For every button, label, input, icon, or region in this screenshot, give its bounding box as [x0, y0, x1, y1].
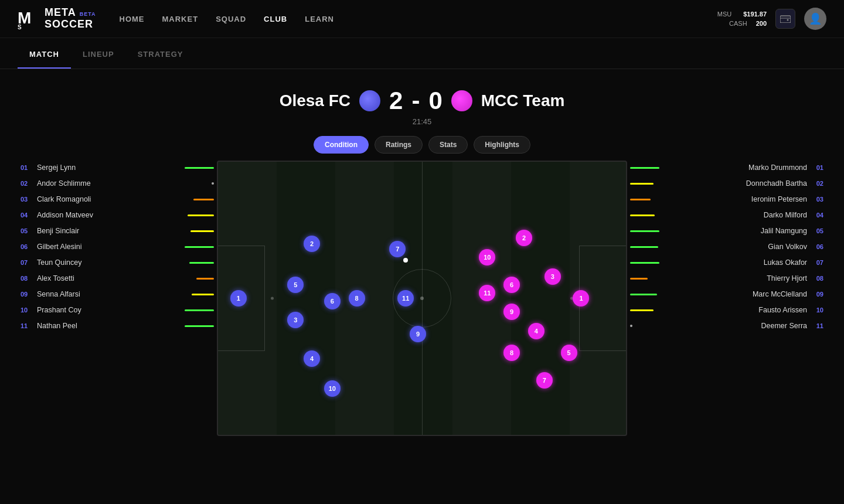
- away-player-dot[interactable]: 7: [536, 372, 553, 389]
- player-bar: [185, 325, 214, 327]
- filter-stats[interactable]: Stats: [428, 136, 468, 154]
- player-num: 08: [813, 275, 823, 282]
- player-bar: [630, 214, 655, 216]
- away-player-dot[interactable]: 5: [561, 345, 577, 361]
- player-bar: [630, 246, 658, 248]
- list-item: 05 Jalil Namgung: [627, 224, 826, 238]
- list-item: 01 Marko Drummond: [627, 161, 826, 175]
- home-player-dot[interactable]: 1: [230, 290, 247, 307]
- nav-home[interactable]: HOME: [120, 15, 145, 23]
- tab-strategy[interactable]: STRATEGY: [126, 41, 195, 69]
- main-nav: HOME MARKET SQUAD CLUB LEARN: [120, 15, 334, 23]
- player-bar: [630, 309, 654, 311]
- list-item: 10 Fausto Arissen: [627, 303, 826, 317]
- user-avatar[interactable]: 👤: [804, 8, 826, 30]
- home-player-dot[interactable]: 7: [389, 241, 406, 257]
- list-item: 07 Teun Quincey: [18, 256, 217, 270]
- wallet-svg: [780, 15, 791, 23]
- player-num: 03: [21, 196, 31, 203]
- away-player-dot[interactable]: 2: [516, 230, 532, 246]
- player-name: Alex Tosetti: [37, 274, 190, 282]
- list-item: 09 Senna Alfarsi: [18, 287, 217, 301]
- list-item: 11 Nathan Peel: [18, 319, 217, 333]
- player-bar: [196, 278, 214, 280]
- nav-squad[interactable]: SQUAD: [216, 15, 246, 23]
- logo[interactable]: M S META BETA SOCCER: [18, 7, 96, 30]
- nav-market[interactable]: MARKET: [162, 15, 199, 23]
- player-name: Andor Schlimme: [37, 179, 206, 188]
- home-player-dot[interactable]: 4: [304, 350, 320, 367]
- player-num: 06: [21, 243, 31, 250]
- match-time: 21:45: [18, 117, 826, 126]
- player-num: 10: [813, 307, 823, 314]
- away-player-dot[interactable]: 4: [528, 323, 544, 339]
- msu-label: MSU: [717, 9, 731, 19]
- logo-beta-badge: BETA: [80, 12, 96, 18]
- home-player-list: 01 Sergej Lynn 02 Andor Schlimme 03 Clar…: [18, 161, 217, 436]
- player-bar: [190, 230, 214, 232]
- player-name: Thierry Hjort: [654, 274, 807, 282]
- list-item: 04 Darko Milford: [627, 208, 826, 222]
- player-name: Sergej Lynn: [37, 164, 179, 172]
- cash-label: CASH: [729, 19, 747, 29]
- home-player-dot[interactable]: 5: [287, 277, 304, 293]
- player-num: 08: [21, 275, 31, 282]
- tab-match[interactable]: MATCH: [18, 41, 71, 69]
- player-bar: [192, 294, 214, 295]
- away-player-dot[interactable]: 1: [573, 290, 589, 307]
- player-name: Addison Matveev: [37, 211, 182, 219]
- home-player-dot[interactable]: 2: [304, 236, 320, 252]
- cash-value: 200: [756, 19, 767, 29]
- player-num: 11: [813, 322, 823, 329]
- player-bar: [189, 262, 214, 264]
- list-item: 02 Donnchadh Bartha: [627, 176, 826, 190]
- list-item: 08 Alex Tosetti: [18, 271, 217, 285]
- wallet-icon[interactable]: [775, 9, 795, 29]
- header-left: M S META BETA SOCCER HOME MARKET SQUAD C…: [18, 7, 334, 30]
- home-player-dot[interactable]: 6: [324, 293, 341, 309]
- list-item: 10 Prashant Coy: [18, 303, 217, 317]
- home-player-dot[interactable]: 9: [410, 326, 426, 342]
- nav-learn[interactable]: LEARN: [305, 15, 334, 23]
- player-bar: [188, 214, 214, 216]
- list-item: 05 Benji Sinclair: [18, 224, 217, 238]
- home-player-dot[interactable]: 3: [287, 312, 304, 328]
- player-bar-dot: [630, 325, 632, 327]
- filter-row: Condition Ratings Stats Highlights: [18, 136, 826, 154]
- player-name: Gian Volkov: [664, 243, 807, 251]
- away-player-dot[interactable]: 11: [479, 285, 495, 301]
- tab-lineup[interactable]: LINEUP: [71, 41, 126, 69]
- away-player-dot[interactable]: 6: [503, 277, 520, 293]
- filter-highlights[interactable]: Highlights: [474, 136, 530, 154]
- logo-soccer-text: SOCCER: [45, 19, 96, 30]
- list-item: 02 Andor Schlimme: [18, 176, 217, 190]
- away-player-dot[interactable]: 10: [479, 249, 495, 265]
- player-num: 11: [21, 322, 31, 329]
- player-num: 04: [21, 212, 31, 219]
- player-name: Donnchadh Bartha: [659, 179, 807, 188]
- main-tabs: MATCH LINEUP STRATEGY: [0, 41, 844, 69]
- home-player-dot[interactable]: 8: [349, 290, 365, 307]
- score-dash: -: [411, 87, 420, 115]
- svg-point-4: [787, 19, 789, 21]
- player-num: 06: [813, 243, 823, 250]
- svg-rect-3: [780, 16, 791, 23]
- away-player-dot[interactable]: 9: [503, 304, 520, 320]
- player-num: 09: [21, 291, 31, 298]
- filter-ratings[interactable]: Ratings: [375, 136, 423, 154]
- logo-icon: M S: [18, 8, 39, 29]
- away-player-dot[interactable]: 8: [503, 345, 520, 361]
- main-content: Olesa FC 2 - 0 MCC Team 21:45 Condition …: [0, 69, 844, 448]
- filter-condition[interactable]: Condition: [314, 136, 369, 154]
- player-name: Lukas Okafor: [665, 258, 807, 267]
- away-player-dot[interactable]: 3: [544, 268, 561, 285]
- list-item: 07 Lukas Okafor: [627, 256, 826, 270]
- player-num: 05: [21, 227, 31, 234]
- score-section: Olesa FC 2 - 0 MCC Team 21:45: [18, 81, 826, 129]
- player-num: 04: [813, 212, 823, 219]
- player-name: Senna Alfarsi: [37, 290, 186, 298]
- home-player-dot[interactable]: 11: [397, 290, 414, 307]
- player-num: 07: [813, 259, 823, 266]
- home-player-dot[interactable]: 10: [324, 380, 341, 397]
- nav-club[interactable]: CLUB: [264, 15, 287, 23]
